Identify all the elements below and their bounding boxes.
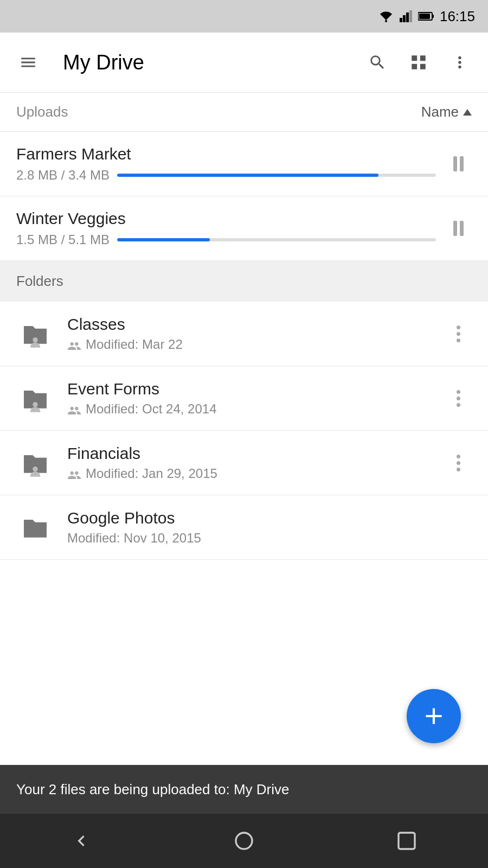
pause-button[interactable] [445, 150, 472, 177]
folder-meta: Modified: Nov 10, 2015 [67, 531, 472, 546]
svg-point-10 [33, 467, 37, 471]
upload-name: Winter Veggies [16, 209, 436, 228]
svg-rect-6 [432, 15, 434, 18]
folder-item[interactable]: Event Forms Modified: Oct 24, 2014 [0, 366, 488, 431]
folder-icon [20, 512, 50, 542]
search-button[interactable] [362, 47, 393, 78]
folder-more-button[interactable] [445, 449, 472, 476]
upload-info: Farmers Market 2.8 MB / 3.4 MB [16, 145, 436, 183]
upload-name: Farmers Market [16, 145, 436, 163]
folder-name: Classes [67, 315, 445, 334]
svg-point-8 [33, 337, 37, 342]
folder-meta: Modified: Oct 24, 2014 [67, 401, 445, 417]
svg-point-11 [236, 833, 252, 849]
back-button[interactable] [60, 819, 103, 863]
uploads-header: Uploads Name [0, 93, 488, 131]
svg-rect-2 [403, 15, 406, 22]
upload-meta: 2.8 MB / 3.4 MB [16, 168, 436, 183]
svg-rect-12 [399, 833, 415, 849]
recent-icon [396, 830, 418, 852]
shared-folder-icon [20, 383, 50, 413]
home-icon [233, 830, 255, 852]
more-options-button[interactable] [445, 47, 475, 78]
menu-icon [19, 53, 37, 72]
battery-icon [418, 11, 434, 21]
folder-item[interactable]: Classes Modified: Mar 22 [0, 302, 488, 366]
folder-modified: Modified: Mar 22 [86, 337, 183, 352]
uploads-label: Uploads [16, 104, 68, 120]
app-bar: My Drive [0, 33, 488, 92]
upload-info: Winter Veggies 1.5 MB / 5.1 MB [16, 209, 436, 247]
upload-status-text: Your 2 files are being uploaded to: My D… [16, 781, 289, 798]
folder-icon-wrap [16, 444, 54, 482]
more-vertical-icon [457, 326, 460, 342]
grid-view-button[interactable] [403, 47, 434, 78]
folder-meta: Modified: Mar 22 [67, 337, 445, 352]
sort-arrow-icon [463, 109, 472, 116]
pause-button[interactable] [445, 215, 472, 242]
pause-icon [453, 156, 464, 171]
add-icon [420, 703, 447, 730]
folder-more-button[interactable] [445, 385, 472, 412]
shared-icon [67, 468, 81, 479]
wifi-icon [378, 10, 394, 22]
folders-label: Folders [16, 273, 63, 289]
upload-item: Winter Veggies 1.5 MB / 5.1 MB [0, 196, 488, 261]
pause-icon [453, 221, 464, 236]
menu-button[interactable] [13, 47, 43, 78]
sort-label: Name [421, 104, 459, 120]
home-button[interactable] [222, 819, 266, 863]
svg-rect-3 [406, 12, 409, 22]
folder-icon-wrap [16, 379, 54, 417]
folder-modified: Modified: Jan 29, 2015 [86, 466, 217, 481]
upload-item: Farmers Market 2.8 MB / 3.4 MB [0, 132, 488, 196]
more-vertical-icon [457, 390, 460, 407]
folder-more-button[interactable] [445, 320, 472, 347]
svg-point-9 [33, 402, 37, 407]
folder-name: Financials [67, 444, 445, 463]
more-vertical-icon [457, 455, 460, 471]
upload-status-bar: Your 2 files are being uploaded to: My D… [0, 765, 488, 814]
page-title: My Drive [63, 51, 351, 74]
shared-icon [67, 404, 81, 414]
signal-icon [400, 10, 413, 22]
sort-container: Name [421, 104, 472, 120]
svg-rect-7 [419, 14, 430, 19]
folder-info: Financials Modified: Jan 29, 2015 [67, 444, 445, 481]
recent-button[interactable] [385, 819, 428, 863]
folder-meta: Modified: Jan 29, 2015 [67, 466, 445, 481]
svg-point-0 [385, 20, 387, 22]
progress-fill [117, 238, 209, 241]
shared-folder-icon [20, 448, 50, 478]
back-icon [70, 830, 92, 852]
add-fab-button[interactable] [407, 689, 461, 743]
folders-header: Folders [0, 261, 488, 302]
more-vertical-icon [451, 53, 469, 72]
folder-modified: Modified: Oct 24, 2014 [86, 401, 216, 417]
upload-size: 2.8 MB / 3.4 MB [16, 168, 110, 183]
folder-item[interactable]: Financials Modified: Jan 29, 2015 [0, 431, 488, 495]
nav-bar [0, 814, 488, 868]
grid-view-icon [409, 53, 428, 72]
folder-info: Event Forms Modified: Oct 24, 2014 [67, 380, 445, 417]
progress-bar [117, 174, 436, 177]
folder-info: Google Photos Modified: Nov 10, 2015 [67, 509, 472, 546]
folder-icon-wrap [16, 315, 54, 353]
folder-info: Classes Modified: Mar 22 [67, 315, 445, 352]
status-time: 16:15 [440, 8, 475, 25]
folder-icon-wrap [16, 508, 54, 546]
svg-rect-4 [409, 10, 412, 22]
status-bar: 16:15 [0, 0, 488, 33]
svg-rect-1 [400, 18, 402, 22]
folder-item[interactable]: Google Photos Modified: Nov 10, 2015 [0, 495, 488, 560]
shared-folder-icon [20, 318, 50, 349]
progress-fill [117, 174, 378, 177]
progress-bar [117, 238, 436, 241]
search-icon [368, 53, 387, 72]
upload-size: 1.5 MB / 5.1 MB [16, 232, 110, 247]
folder-modified: Modified: Nov 10, 2015 [67, 531, 201, 546]
upload-meta: 1.5 MB / 5.1 MB [16, 232, 436, 247]
folder-name: Event Forms [67, 380, 445, 398]
status-icons: 16:15 [378, 8, 475, 25]
folder-name: Google Photos [67, 509, 472, 527]
